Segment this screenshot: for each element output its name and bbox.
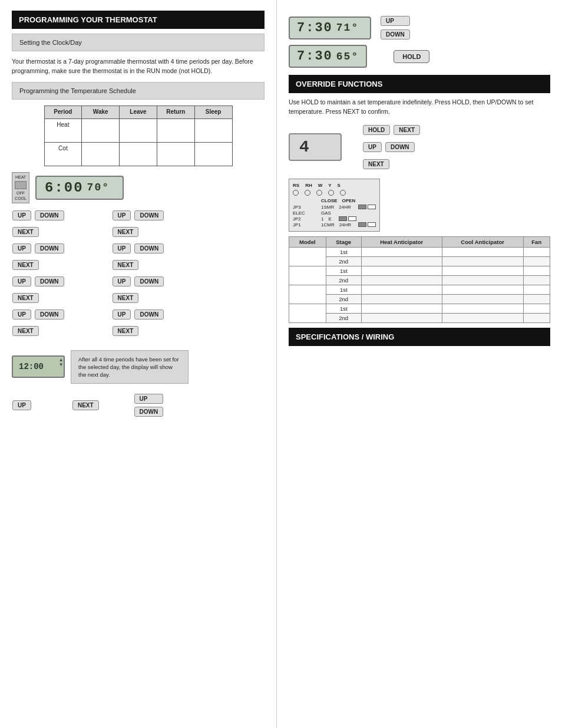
wiring-y: Y: [328, 183, 331, 188]
jp2-e: E: [328, 216, 331, 222]
next-btn-r4[interactable]: NEXT: [113, 326, 139, 336]
clock-temp: 70°: [87, 182, 110, 193]
jp3-switch-2[interactable]: [368, 205, 376, 209]
override-display-row: 4 HOLD NEXT UP DOWN NEXT: [289, 123, 550, 172]
table-row: Heat: [44, 118, 232, 142]
table-row: 2nd: [289, 294, 550, 304]
override-down-btn[interactable]: DOWN: [385, 142, 415, 152]
bottom-up-down: UP DOWN: [134, 393, 164, 417]
jp2-label: JP2: [293, 216, 316, 222]
up-btn-r3[interactable]: UP: [113, 276, 131, 286]
col-leave: Leave: [120, 106, 157, 118]
jp2-1: 1: [321, 216, 323, 222]
row-heat: Heat: [44, 118, 82, 142]
jp1-label: JP1: [293, 222, 316, 228]
table-row: 1st: [289, 247, 550, 256]
down-btn-r2[interactable]: DOWN: [134, 243, 164, 253]
jp3-1smr: 1SMR: [321, 205, 334, 210]
down-btn-r4[interactable]: DOWN: [134, 309, 164, 319]
prog-header: Programming the Temperature Schedule: [12, 82, 265, 100]
switch-knob: [15, 181, 27, 189]
up-btn-2[interactable]: UP: [12, 243, 31, 253]
display1: 7:30 71°: [289, 17, 371, 39]
override-header: OVERRIDE FUNCTIONS: [289, 75, 550, 93]
intro-text: Your thermostat is a 7-day programmable …: [12, 57, 265, 76]
jp1-row: JP1 1CMR 24HR: [293, 222, 376, 228]
schedule-table: Period Wake Leave Return Sleep Heat Cot: [44, 106, 233, 166]
down-btn-3[interactable]: DOWN: [35, 276, 64, 286]
slide-switch[interactable]: HEAT OFF COOL: [12, 172, 29, 203]
override-display: 4: [289, 133, 342, 161]
hold-button[interactable]: HOLD: [394, 50, 429, 63]
col-model: Model: [289, 236, 326, 247]
sub-header: Setting the Clock/Day: [12, 34, 265, 51]
bottom-next-btn[interactable]: NEXT: [72, 400, 99, 410]
jp2-row: JP2 1 E: [293, 216, 376, 222]
next-btn-4[interactable]: NEXT: [12, 326, 39, 336]
col-fan: Fan: [523, 236, 550, 247]
next-btn-2[interactable]: NEXT: [12, 260, 39, 270]
up-btn-r1[interactable]: UP: [113, 210, 131, 220]
override-up-btn[interactable]: UP: [363, 142, 382, 152]
down-btn-2[interactable]: DOWN: [35, 243, 64, 253]
jp1-switch-2[interactable]: [368, 222, 376, 227]
col-stage: Stage: [326, 236, 361, 247]
up-btn-r4[interactable]: UP: [113, 309, 131, 319]
display1-down-btn[interactable]: DOWN: [381, 29, 410, 39]
jp2-switch-2[interactable]: [348, 216, 356, 221]
col-cool-ant: Cool Anticipator: [442, 236, 523, 247]
right-column: 7:30 71° UP DOWN 7:30 65° HOLD OVERRIDE …: [277, 0, 562, 728]
up-btn-3[interactable]: UP: [12, 276, 31, 286]
up-btn-r2[interactable]: UP: [113, 243, 131, 253]
jp1-switch[interactable]: [358, 222, 366, 227]
jp3-switch[interactable]: [358, 205, 366, 209]
arrow-down-icon: ▼: [59, 363, 62, 367]
jp3-label: JP3: [293, 205, 316, 210]
next-btn-1[interactable]: NEXT: [12, 227, 39, 237]
row-cool: Cot: [44, 142, 82, 166]
bottom-up-btn[interactable]: UP: [12, 400, 31, 410]
down-btn-4[interactable]: DOWN: [35, 309, 64, 319]
up-btn-1[interactable]: UP: [12, 210, 31, 220]
override-next-btn-2[interactable]: NEXT: [363, 159, 389, 169]
wiring-section: RS RH W Y S CLOSE OPEN JP3: [289, 179, 550, 232]
down-btn-1[interactable]: DOWN: [35, 210, 64, 220]
override-next-btn-1[interactable]: NEXT: [394, 125, 420, 135]
lcd-display-container: ▲ ▼ 12:00: [12, 355, 65, 378]
jp3-row: JP3 1SMR 24HR: [293, 205, 376, 210]
down-btn-r1[interactable]: DOWN: [134, 210, 164, 220]
jp1-24hr: 24HR: [339, 222, 351, 228]
wiring-rs: RS: [293, 183, 299, 188]
wiring-s: S: [338, 183, 340, 188]
table-row: Cot: [44, 142, 232, 166]
next-btn-r1[interactable]: NEXT: [113, 227, 139, 237]
main-title: PROGRAMMING YOUR THERMOSTAT: [12, 11, 265, 29]
down-btn-r3[interactable]: DOWN: [134, 276, 164, 286]
close-open-header: CLOSE OPEN: [293, 198, 376, 203]
switch-heat: HEAT: [15, 175, 26, 179]
table-row: 1st: [289, 285, 550, 294]
display2: 7:30 65°: [289, 45, 367, 68]
jp1-switches: [358, 222, 376, 227]
open-label: OPEN: [342, 198, 356, 203]
elec-label: ELEC: [293, 210, 316, 216]
clock-display: 6:00 70°: [35, 176, 124, 200]
jp2-switch[interactable]: [339, 216, 347, 221]
table-row: 1st: [289, 266, 550, 275]
bottom-down-btn[interactable]: DOWN: [134, 407, 164, 417]
display1-up-btn[interactable]: UP: [381, 16, 410, 26]
next-btn-r2[interactable]: NEXT: [113, 260, 139, 270]
override-hold-btn[interactable]: HOLD: [363, 125, 390, 135]
jp3-switches: [358, 205, 376, 209]
display1-temp: 71°: [336, 22, 359, 34]
circle-4: [328, 190, 334, 196]
left-column: PROGRAMMING YOUR THERMOSTAT Setting the …: [0, 0, 277, 728]
next-btn-3[interactable]: NEXT: [12, 293, 39, 303]
override-value: 4: [299, 138, 309, 156]
next-btn-r3[interactable]: NEXT: [113, 293, 139, 303]
elec-gas-row: ELEC GAS: [293, 210, 376, 216]
display1-time: 7:30: [297, 21, 333, 35]
bottom-up2-btn[interactable]: UP: [134, 394, 164, 404]
up-btn-4[interactable]: UP: [12, 309, 31, 319]
table-row: 2nd: [289, 275, 550, 285]
